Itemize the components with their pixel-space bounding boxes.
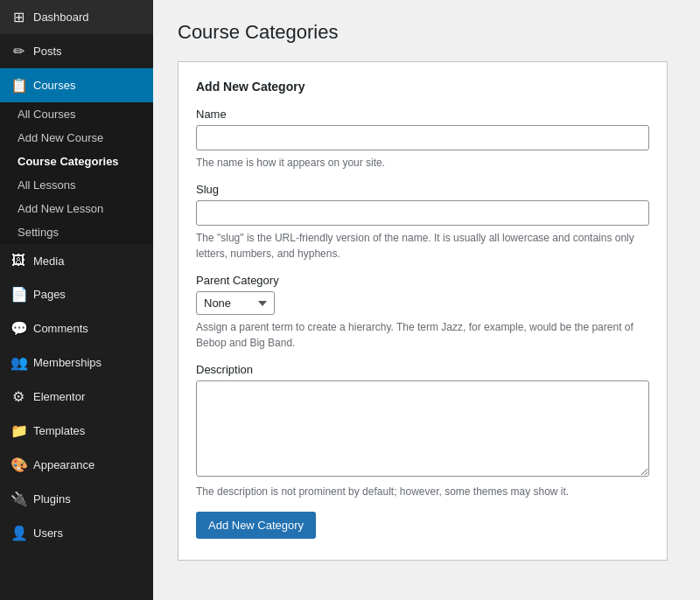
media-icon: 🖼 — [10, 253, 26, 269]
sidebar-item-media[interactable]: 🖼 Media — [0, 244, 153, 277]
sidebar-item-appearance[interactable]: 🎨 Appearance — [0, 448, 153, 482]
sidebar-item-label: Templates — [33, 424, 85, 437]
parent-category-field-group: Parent Category None Assign a parent ter… — [196, 274, 649, 351]
main-content: Course Categories Add New Category Name … — [153, 0, 700, 600]
name-field-group: Name The name is how it appears on your … — [196, 108, 649, 171]
sidebar-item-settings[interactable]: Settings — [0, 220, 153, 244]
comments-icon: 💬 — [10, 320, 26, 337]
name-hint: The name is how it appears on your site. — [196, 155, 649, 171]
sidebar-item-memberships[interactable]: 👥 Memberships — [0, 345, 153, 380]
plugins-icon: 🔌 — [10, 491, 26, 507]
parent-category-select[interactable]: None — [196, 291, 275, 315]
memberships-icon: 👥 — [10, 354, 26, 371]
dashboard-icon: ⊞ — [10, 9, 26, 25]
sidebar-item-pages[interactable]: 📄 Pages — [0, 277, 153, 311]
description-label: Description — [196, 363, 649, 376]
sidebar-item-elementor[interactable]: ⚙ Elementor — [0, 380, 153, 414]
sidebar-item-label: Pages — [33, 288, 66, 301]
sidebar-item-label: Plugins — [33, 492, 71, 506]
sidebar-item-add-new-lesson[interactable]: Add New Lesson — [0, 197, 153, 220]
elementor-icon: ⚙ — [10, 388, 26, 405]
page-title: Course Categories — [178, 21, 676, 44]
sidebar-item-courses[interactable]: 📋 Courses — [0, 68, 153, 102]
name-input[interactable] — [196, 125, 649, 150]
parent-hint: Assign a parent term to create a hierarc… — [196, 319, 649, 351]
description-hint: The description is not prominent by defa… — [196, 484, 649, 499]
sidebar-item-label: Media — [33, 255, 64, 268]
add-new-category-form: Add New Category Name The name is how it… — [178, 61, 668, 561]
name-label: Name — [196, 108, 649, 121]
users-icon: 👤 — [10, 525, 26, 541]
sidebar-item-dashboard[interactable]: ⊞ Dashboard — [0, 0, 153, 34]
form-heading: Add New Category — [196, 80, 649, 94]
add-new-category-button[interactable]: Add New Category — [196, 512, 316, 539]
sidebar-item-label: Elementor — [33, 390, 85, 403]
sidebar-item-add-new-course[interactable]: Add New Course — [0, 126, 153, 150]
sidebar-item-posts[interactable]: ✏ Posts — [0, 34, 153, 68]
sidebar: ⊞ Dashboard ✏ Posts 📋 Courses All Course… — [0, 0, 153, 600]
sidebar-item-label: Posts — [33, 45, 62, 58]
courses-submenu: All Courses Add New Course Course Catego… — [0, 102, 153, 244]
sidebar-item-all-courses[interactable]: All Courses — [0, 102, 153, 126]
sidebar-item-all-lessons[interactable]: All Lessons — [0, 173, 153, 197]
sidebar-item-label: Appearance — [33, 458, 94, 471]
templates-icon: 📁 — [10, 422, 26, 439]
description-field-group: Description The description is not promi… — [196, 363, 649, 499]
posts-icon: ✏ — [10, 43, 26, 59]
sidebar-item-label: Comments — [33, 322, 88, 335]
sidebar-item-label: Courses — [33, 79, 75, 92]
sidebar-item-course-categories[interactable]: Course Categories — [0, 150, 153, 173]
slug-field-group: Slug The "slug" is the URL-friendly vers… — [196, 183, 649, 262]
sidebar-item-plugins[interactable]: 🔌 Plugins — [0, 482, 153, 516]
sidebar-item-templates[interactable]: 📁 Templates — [0, 414, 153, 448]
parent-category-label: Parent Category — [196, 274, 649, 287]
sidebar-item-comments[interactable]: 💬 Comments — [0, 311, 153, 345]
sidebar-item-label: Memberships — [33, 356, 102, 369]
sidebar-item-users[interactable]: 👤 Users — [0, 516, 153, 550]
description-textarea[interactable] — [196, 380, 649, 477]
slug-input[interactable] — [196, 200, 649, 226]
slug-hint: The "slug" is the URL-friendly version o… — [196, 230, 649, 262]
pages-icon: 📄 — [10, 286, 26, 303]
appearance-icon: 🎨 — [10, 457, 26, 473]
slug-label: Slug — [196, 183, 649, 196]
sidebar-item-label: Users — [33, 527, 63, 540]
sidebar-item-label: Dashboard — [33, 10, 89, 24]
courses-icon: 📋 — [10, 77, 26, 94]
